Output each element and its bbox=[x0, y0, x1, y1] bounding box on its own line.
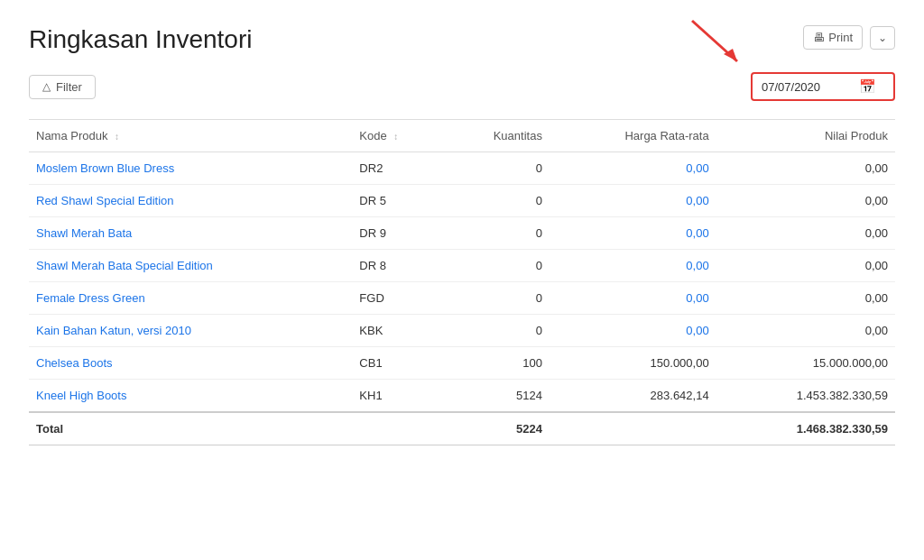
cell-harga: 0,00 bbox=[550, 185, 716, 217]
cell-nama: Shawl Merah Bata Special Edition bbox=[29, 250, 352, 282]
print-button[interactable]: 🖶 Print bbox=[803, 25, 863, 50]
cell-nama: Kain Bahan Katun, versi 2010 bbox=[29, 315, 352, 347]
toolbar: △ Filter 📅 bbox=[29, 72, 895, 101]
arrow-annotation bbox=[683, 16, 755, 70]
col-header-nilai: Nilai Produk bbox=[716, 120, 895, 152]
cell-kode: DR 8 bbox=[352, 250, 442, 282]
cell-kode: FGD bbox=[352, 282, 442, 315]
cell-nilai: 0,00 bbox=[716, 282, 895, 315]
cell-harga: 150.000,00 bbox=[550, 347, 716, 380]
table-row: Kneel High BootsKH15124283.642,141.453.3… bbox=[29, 380, 895, 413]
cell-nama: Shawl Merah Bata bbox=[29, 217, 352, 250]
cell-kuantitas: 0 bbox=[442, 315, 550, 347]
svg-line-0 bbox=[692, 21, 737, 61]
cell-nilai: 0,00 bbox=[716, 217, 895, 250]
cell-kuantitas: 0 bbox=[442, 217, 550, 250]
date-input[interactable] bbox=[762, 80, 852, 94]
cell-kode: CB1 bbox=[352, 347, 442, 380]
filter-icon: △ bbox=[42, 80, 51, 93]
cell-nilai: 0,00 bbox=[716, 250, 895, 282]
cell-nama: Chelsea Boots bbox=[29, 347, 352, 380]
table-row: Moslem Brown Blue DressDR200,000,00 bbox=[29, 152, 895, 185]
cell-nilai: 1.453.382.330,59 bbox=[716, 380, 895, 413]
page-title: Ringkasan Inventori bbox=[29, 25, 252, 54]
cell-harga: 0,00 bbox=[550, 282, 716, 315]
table-row: Female Dress GreenFGD00,000,00 bbox=[29, 282, 895, 315]
table-header: Nama Produk ↕ Kode ↕ Kuantitas Harga Rat… bbox=[29, 120, 895, 152]
col-header-nama: Nama Produk ↕ bbox=[29, 120, 352, 152]
cell-nilai: 0,00 bbox=[716, 185, 895, 217]
col-header-kode: Kode ↕ bbox=[352, 120, 442, 152]
calendar-icon: 📅 bbox=[859, 78, 876, 95]
cell-kuantitas: 0 bbox=[442, 185, 550, 217]
table-row: Shawl Merah BataDR 900,000,00 bbox=[29, 217, 895, 250]
cell-nama: Kneel High Boots bbox=[29, 380, 352, 413]
filter-label: Filter bbox=[56, 80, 82, 94]
cell-harga: 0,00 bbox=[550, 217, 716, 250]
cell-kuantitas: 0 bbox=[442, 250, 550, 282]
cell-kuantitas: 0 bbox=[442, 152, 550, 185]
cell-kode: KBK bbox=[352, 315, 442, 347]
table-footer: Total 5224 1.468.382.330,59 bbox=[29, 412, 895, 445]
col-header-kuantitas: Kuantitas bbox=[442, 120, 550, 152]
footer-label: Total bbox=[29, 412, 352, 445]
table-row: Shawl Merah Bata Special EditionDR 800,0… bbox=[29, 250, 895, 282]
date-input-wrapper: 📅 bbox=[751, 72, 895, 101]
table-row: Red Shawl Special EditionDR 500,000,00 bbox=[29, 185, 895, 217]
print-label: Print bbox=[828, 31, 853, 44]
sort-icon-nama[interactable]: ↕ bbox=[115, 132, 119, 142]
product-link[interactable]: Shawl Merah Bata bbox=[36, 226, 132, 240]
cell-kode: DR2 bbox=[352, 152, 442, 185]
product-link[interactable]: Kain Bahan Katun, versi 2010 bbox=[36, 324, 191, 337]
product-link[interactable]: Chelsea Boots bbox=[36, 356, 113, 370]
cell-harga: 0,00 bbox=[550, 152, 716, 185]
sort-icon-kode[interactable]: ↕ bbox=[393, 132, 398, 142]
cell-nilai: 0,00 bbox=[716, 315, 895, 347]
table-row: Kain Bahan Katun, versi 2010KBK00,000,00 bbox=[29, 315, 895, 347]
footer-nilai: 1.468.382.330,59 bbox=[716, 412, 895, 445]
cell-kuantitas: 100 bbox=[442, 347, 550, 380]
cell-harga: 0,00 bbox=[550, 250, 716, 282]
product-link[interactable]: Red Shawl Special Edition bbox=[36, 194, 173, 207]
cell-kuantitas: 5124 bbox=[442, 380, 550, 413]
cell-nama: Female Dress Green bbox=[29, 282, 352, 315]
header-right: 🖶 Print ⌄ bbox=[803, 25, 895, 50]
cell-harga: 0,00 bbox=[550, 315, 716, 347]
product-link[interactable]: Shawl Merah Bata Special Edition bbox=[36, 259, 213, 272]
page-container: Ringkasan Inventori 🖶 Print ⌄ △ Filter 📅 bbox=[0, 0, 924, 560]
footer-empty-harga bbox=[550, 412, 716, 445]
col-header-harga: Harga Rata-rata bbox=[550, 120, 716, 152]
print-caret-button[interactable]: ⌄ bbox=[870, 26, 895, 50]
svg-marker-1 bbox=[724, 49, 737, 61]
cell-harga: 283.642,14 bbox=[550, 380, 716, 413]
table-row: Chelsea BootsCB1100150.000,0015.000.000,… bbox=[29, 347, 895, 380]
cell-kode: DR 5 bbox=[352, 185, 442, 217]
page-header: Ringkasan Inventori 🖶 Print ⌄ bbox=[29, 25, 895, 54]
footer-empty-kode bbox=[352, 412, 442, 445]
cell-kode: KH1 bbox=[352, 380, 442, 413]
inventory-table: Nama Produk ↕ Kode ↕ Kuantitas Harga Rat… bbox=[29, 119, 895, 445]
product-link[interactable]: Moslem Brown Blue Dress bbox=[36, 161, 174, 175]
cell-nilai: 0,00 bbox=[716, 152, 895, 185]
product-link[interactable]: Female Dress Green bbox=[36, 291, 145, 305]
cell-nama: Moslem Brown Blue Dress bbox=[29, 152, 352, 185]
footer-kuantitas: 5224 bbox=[442, 412, 550, 445]
cell-kode: DR 9 bbox=[352, 217, 442, 250]
filter-button[interactable]: △ Filter bbox=[29, 75, 96, 99]
print-icon: 🖶 bbox=[813, 31, 825, 44]
product-link[interactable]: Kneel High Boots bbox=[36, 389, 126, 402]
cell-kuantitas: 0 bbox=[442, 282, 550, 315]
cell-nilai: 15.000.000,00 bbox=[716, 347, 895, 380]
cell-nama: Red Shawl Special Edition bbox=[29, 185, 352, 217]
table-body: Moslem Brown Blue DressDR200,000,00Red S… bbox=[29, 152, 895, 413]
